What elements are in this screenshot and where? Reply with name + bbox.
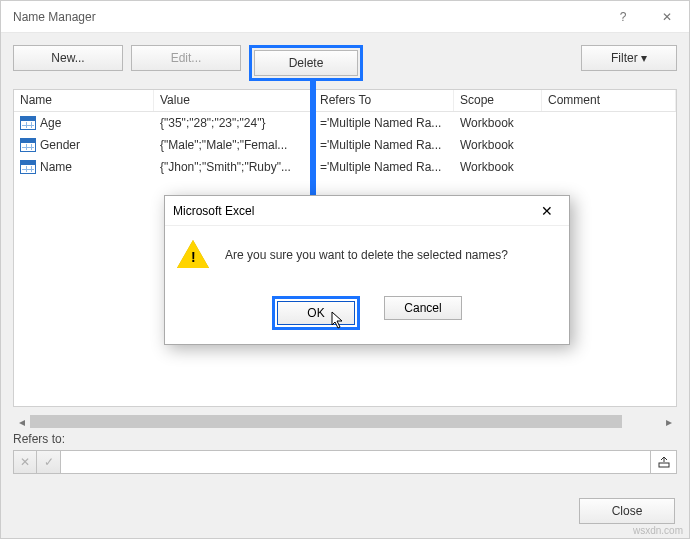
- refers-to-label: Refers to:: [13, 432, 677, 446]
- cell-scope: Workbook: [454, 138, 542, 152]
- horizontal-scrollbar[interactable]: ◂ ▸: [13, 413, 677, 430]
- table-row[interactable]: Gender {"Male";"Male";"Femal... ='Multip…: [14, 134, 676, 156]
- close-button[interactable]: Close: [579, 498, 675, 524]
- accept-refers-button[interactable]: ✓: [37, 450, 61, 474]
- name-manager-window: Name Manager ? ✕ New... Edit... Delete F…: [0, 0, 690, 539]
- close-icon[interactable]: ✕: [645, 1, 689, 33]
- filter-button[interactable]: Filter ▾: [581, 45, 677, 71]
- refers-to-section: Refers to: ✕ ✓: [13, 432, 677, 474]
- scroll-right-icon[interactable]: ▸: [660, 413, 677, 430]
- cell-name: Age: [40, 116, 61, 130]
- grid-header: Name Value Refers To Scope Comment: [14, 90, 676, 112]
- edit-button[interactable]: Edit...: [131, 45, 241, 71]
- table-icon: [20, 160, 36, 174]
- col-comment[interactable]: Comment: [542, 90, 676, 111]
- table-icon: [20, 116, 36, 130]
- cell-scope: Workbook: [454, 160, 542, 174]
- footer: Close: [579, 498, 675, 524]
- dialog-message: Are you sure you want to delete the sele…: [225, 248, 508, 262]
- cell-refers: ='Multiple Named Ra...: [314, 116, 454, 130]
- dialog-buttons: OK Cancel: [165, 296, 569, 330]
- cell-value: {"Jhon";"Smith";"Ruby"...: [154, 160, 314, 174]
- cell-scope: Workbook: [454, 116, 542, 130]
- cell-name: Name: [40, 160, 72, 174]
- ok-highlight: OK: [272, 296, 360, 330]
- scroll-thumb[interactable]: [30, 415, 622, 428]
- col-scope[interactable]: Scope: [454, 90, 542, 111]
- svg-rect-0: [659, 463, 669, 467]
- warning-icon: !: [177, 240, 209, 270]
- dialog-titlebar: Microsoft Excel ✕: [165, 196, 569, 226]
- cell-refers: ='Multiple Named Ra...: [314, 138, 454, 152]
- titlebar: Name Manager ? ✕: [1, 1, 689, 33]
- refers-to-input[interactable]: [61, 450, 651, 474]
- cancel-refers-button[interactable]: ✕: [13, 450, 37, 474]
- table-icon: [20, 138, 36, 152]
- table-row[interactable]: Age {"35";"28";"23";"24"} ='Multiple Nam…: [14, 112, 676, 134]
- cell-refers: ='Multiple Named Ra...: [314, 160, 454, 174]
- toolbar: New... Edit... Delete Filter ▾: [1, 33, 689, 89]
- watermark: wsxdn.com: [633, 525, 683, 536]
- col-name[interactable]: Name: [14, 90, 154, 111]
- table-row[interactable]: Name {"Jhon";"Smith";"Ruby"... ='Multipl…: [14, 156, 676, 178]
- scroll-left-icon[interactable]: ◂: [13, 413, 30, 430]
- cancel-button[interactable]: Cancel: [384, 296, 462, 320]
- cell-value: {"35";"28";"23";"24"}: [154, 116, 314, 130]
- grid-body: Age {"35";"28";"23";"24"} ='Multiple Nam…: [14, 112, 676, 178]
- range-picker-button[interactable]: [651, 450, 677, 474]
- cell-value: {"Male";"Male";"Femal...: [154, 138, 314, 152]
- confirm-dialog: Microsoft Excel ✕ ! Are you sure you wan…: [164, 195, 570, 345]
- help-icon[interactable]: ?: [601, 1, 645, 33]
- cell-name: Gender: [40, 138, 80, 152]
- delete-button[interactable]: Delete: [254, 50, 358, 76]
- ok-button[interactable]: OK: [277, 301, 355, 325]
- scroll-track[interactable]: [30, 413, 660, 430]
- new-button[interactable]: New...: [13, 45, 123, 71]
- collapse-icon: [658, 456, 670, 468]
- col-refers[interactable]: Refers To: [314, 90, 454, 111]
- col-value[interactable]: Value: [154, 90, 314, 111]
- window-title: Name Manager: [13, 10, 96, 24]
- dialog-title: Microsoft Excel: [173, 204, 254, 218]
- dialog-close-icon[interactable]: ✕: [533, 197, 561, 225]
- delete-highlight: Delete: [249, 45, 363, 81]
